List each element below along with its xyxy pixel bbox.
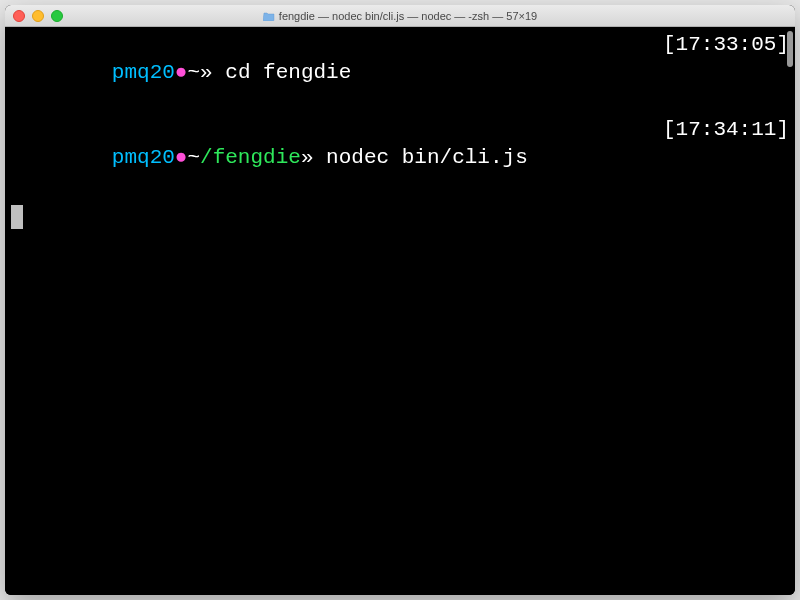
maximize-icon[interactable]	[51, 10, 63, 22]
command-text: nodec bin/cli.js	[326, 146, 528, 169]
prompt-dot-icon: ●	[175, 61, 188, 84]
terminal-body[interactable]: pmq20●~» cd fengdie [17:33:05] pmq20●~/f…	[5, 27, 795, 595]
prompt-tilde: ~	[187, 146, 200, 169]
terminal-window: fengdie — nodec bin/cli.js — nodec — -zs…	[5, 5, 795, 595]
prompt-tilde: ~	[187, 61, 200, 84]
cursor-icon	[11, 205, 23, 229]
traffic-lights	[13, 10, 63, 22]
scrollbar[interactable]	[787, 31, 793, 67]
folder-icon	[263, 11, 275, 21]
timestamp: [17:34:11]	[663, 116, 789, 201]
prompt-user: pmq20	[112, 146, 175, 169]
close-icon[interactable]	[13, 10, 25, 22]
command-text: cd fengdie	[225, 61, 351, 84]
window-title-text: fengdie — nodec bin/cli.js — nodec — -zs…	[279, 10, 537, 22]
prompt-user: pmq20	[112, 61, 175, 84]
window-title: fengdie — nodec bin/cli.js — nodec — -zs…	[5, 10, 795, 22]
timestamp: [17:33:05]	[663, 31, 789, 116]
terminal-line: pmq20●~/fengdie» nodec bin/cli.js [17:34…	[11, 116, 789, 201]
prompt-arrows: »	[301, 146, 314, 169]
cursor-line	[11, 201, 789, 229]
terminal-line: pmq20●~» cd fengdie [17:33:05]	[11, 31, 789, 116]
prompt-arrows: »	[200, 61, 213, 84]
prompt-dot-icon: ●	[175, 146, 188, 169]
minimize-icon[interactable]	[32, 10, 44, 22]
prompt-path: /fengdie	[200, 146, 301, 169]
titlebar[interactable]: fengdie — nodec bin/cli.js — nodec — -zs…	[5, 5, 795, 27]
